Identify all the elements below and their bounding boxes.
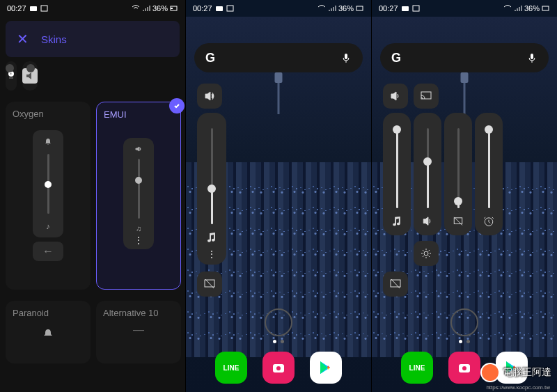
image-icon xyxy=(226,4,235,13)
skin-label: EMUI xyxy=(104,109,173,120)
media-volume-panel xyxy=(383,113,411,235)
status-bar: 00:27 36% xyxy=(186,0,371,17)
volume-slider[interactable] xyxy=(47,154,49,214)
header-title: Skins xyxy=(41,33,67,45)
app-header: ✕ Skins xyxy=(6,21,180,57)
svg-rect-1 xyxy=(41,6,47,11)
close-icon[interactable]: ✕ xyxy=(17,31,29,47)
svg-rect-13 xyxy=(413,6,419,11)
notification-volume-slider[interactable] xyxy=(457,128,460,208)
battery-percent: 36% xyxy=(338,4,354,13)
notification-volume-panel xyxy=(444,113,472,235)
alarm-volume-panel xyxy=(475,113,503,235)
alarm-icon xyxy=(483,215,495,227)
skin-preview-small-1[interactable] xyxy=(6,61,17,91)
youtube-icon xyxy=(29,4,38,13)
camera-app-icon[interactable] xyxy=(262,352,295,384)
skin-card-paranoid[interactable]: Paranoid xyxy=(6,301,91,363)
line-app-icon[interactable]: LINE xyxy=(215,352,247,384)
skin-label: Paranoid xyxy=(13,308,84,318)
music-note-icon: ♫ xyxy=(136,224,141,233)
screen-mute-icon xyxy=(389,278,402,290)
alarm-volume-slider[interactable] xyxy=(488,128,490,208)
youtube-icon xyxy=(215,4,223,13)
wallpaper-tower xyxy=(464,72,466,114)
music-note-icon xyxy=(391,215,403,227)
cast-mute-button[interactable] xyxy=(197,272,222,297)
camera-shortcut[interactable] xyxy=(450,308,478,336)
more-icon[interactable]: ⋮ xyxy=(207,252,217,256)
signal-icon xyxy=(328,4,336,13)
svg-rect-12 xyxy=(402,6,409,11)
gear-icon xyxy=(420,247,432,260)
volume-output-button[interactable] xyxy=(197,84,222,109)
svg-rect-5 xyxy=(216,6,223,11)
volume-icon xyxy=(134,145,143,153)
battery-percent: 36% xyxy=(524,4,540,13)
skin-label: Alternative 10 xyxy=(103,308,174,318)
music-note-icon xyxy=(205,231,218,244)
status-bar: 00:27 36% xyxy=(372,0,557,17)
media-volume-slider[interactable] xyxy=(396,128,398,208)
cast-button[interactable] xyxy=(414,84,439,109)
status-time: 00:27 xyxy=(379,4,398,13)
google-search-bar[interactable]: G xyxy=(380,43,549,72)
google-search-bar[interactable]: G xyxy=(194,43,363,72)
watermark: 電腦王阿達 xyxy=(480,363,551,382)
skin-card-emui[interactable]: EMUI ♫ ⋮ xyxy=(96,102,181,290)
volume-icon xyxy=(421,215,434,227)
playstore-app-icon[interactable] xyxy=(310,352,342,384)
skin-preview-small-2[interactable] xyxy=(22,61,38,91)
svg-point-19 xyxy=(424,251,428,256)
youtube-icon xyxy=(401,4,409,13)
app-dock: LINE xyxy=(186,352,371,384)
svg-rect-3 xyxy=(171,8,173,9)
home-pager xyxy=(186,340,371,343)
cast-icon xyxy=(420,90,432,102)
watermark-url: https://www.kocpc.com.tw xyxy=(486,384,550,391)
status-time: 00:27 xyxy=(7,4,26,13)
more-icon: ⋮ xyxy=(134,238,143,242)
svg-rect-7 xyxy=(356,6,363,10)
cast-mute-button[interactable] xyxy=(383,272,408,297)
bell-solid-icon xyxy=(42,328,54,339)
skin-card-alternative10[interactable]: Alternative 10 — xyxy=(96,301,181,363)
svg-point-22 xyxy=(462,366,466,370)
watermark-text: 電腦王阿達 xyxy=(503,366,551,379)
ring-volume-panel xyxy=(414,113,441,235)
wifi-icon xyxy=(317,4,326,13)
skin-label: Oxygen xyxy=(13,109,84,119)
watermark-logo xyxy=(480,363,500,382)
speaker-icon xyxy=(389,90,402,102)
ring-volume-slider[interactable] xyxy=(427,128,429,208)
google-logo: G xyxy=(205,51,215,65)
mic-icon[interactable] xyxy=(340,52,352,63)
image-icon xyxy=(40,4,49,13)
battery-icon xyxy=(356,4,364,13)
svg-rect-15 xyxy=(531,54,533,59)
signal-icon xyxy=(142,4,150,13)
google-logo: G xyxy=(391,51,401,65)
settings-button[interactable] xyxy=(414,241,439,266)
bell-icon xyxy=(44,137,52,146)
battery-percent: 36% xyxy=(152,4,168,13)
camera-shortcut[interactable] xyxy=(265,308,292,336)
mic-icon[interactable] xyxy=(526,52,538,63)
status-time: 00:27 xyxy=(193,4,212,13)
line-app-icon[interactable]: LINE xyxy=(401,352,433,384)
wifi-icon xyxy=(503,4,512,13)
volume-panel: ⋮ xyxy=(197,113,226,265)
svg-rect-0 xyxy=(30,6,37,11)
back-button[interactable]: ← xyxy=(33,242,63,261)
battery-icon xyxy=(170,4,178,13)
battery-icon xyxy=(542,4,550,13)
media-volume-slider[interactable] xyxy=(211,128,213,224)
skin-card-oxygen[interactable]: Oxygen ♪ ← xyxy=(6,102,91,290)
volume-slider[interactable] xyxy=(138,159,140,219)
volume-output-button[interactable] xyxy=(383,84,408,109)
svg-point-11 xyxy=(276,366,281,370)
home-pager xyxy=(372,340,557,343)
camera-app-icon[interactable] xyxy=(448,352,480,384)
selected-check-icon xyxy=(169,98,185,113)
signal-icon xyxy=(514,4,522,13)
